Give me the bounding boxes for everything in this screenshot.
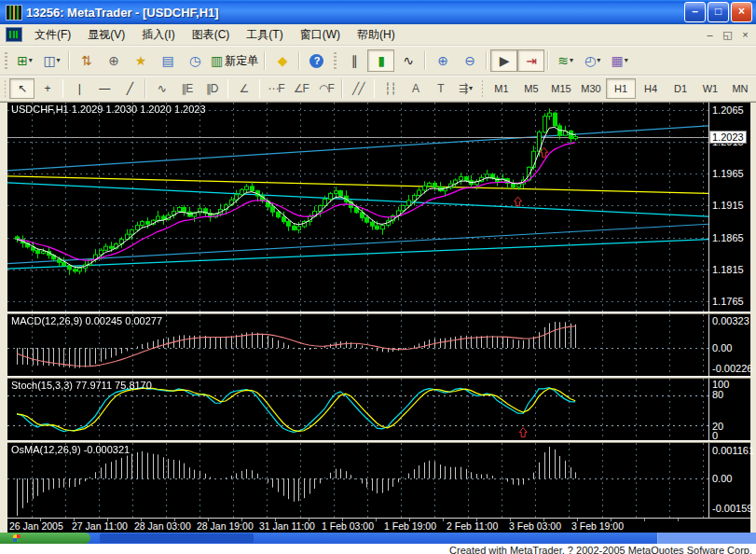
minimize-button[interactable]: – bbox=[684, 2, 706, 22]
mdi-restore-button[interactable]: ◱ bbox=[720, 28, 735, 42]
equidistant-channel-button[interactable]: ∿ bbox=[149, 78, 174, 99]
chart-window-icon[interactable] bbox=[6, 27, 22, 42]
chart-shift-icon: ⇥ bbox=[526, 54, 536, 67]
indicators-button[interactable]: ≋▾ bbox=[552, 49, 579, 72]
terminal-button[interactable]: ▤ bbox=[154, 49, 181, 72]
help-button[interactable]: ? bbox=[303, 49, 330, 72]
time-axis-label: 28 Jan 03:00 bbox=[134, 520, 191, 532]
zoom-out-icon: ⊖ bbox=[464, 54, 474, 67]
chart-line-button[interactable]: ∿ bbox=[394, 49, 421, 72]
menu-item-0[interactable]: 文件(F) bbox=[26, 25, 79, 45]
price-scale-value: 1.2065 bbox=[712, 104, 744, 116]
time-axis-label: 26 Jan 2005 bbox=[9, 520, 63, 532]
trendline-button[interactable]: ╱ bbox=[117, 78, 142, 99]
auto-scroll-button[interactable]: ▶ bbox=[490, 49, 517, 72]
zoom-in-button[interactable]: ⊕ bbox=[429, 49, 456, 72]
taskbar-window-button[interactable] bbox=[100, 533, 254, 543]
horizontal-line-button[interactable]: — bbox=[91, 78, 117, 99]
timeframe-m1-button[interactable]: M1 bbox=[487, 78, 516, 99]
menu-item-2[interactable]: 插入(I) bbox=[133, 25, 183, 45]
indicator-scale-value: 0.00 bbox=[712, 342, 732, 353]
toolbar-grip[interactable] bbox=[5, 80, 6, 97]
menu-item-5[interactable]: 窗口(W) bbox=[292, 25, 349, 45]
menu-item-6[interactable]: 帮助(H) bbox=[349, 25, 404, 45]
channel-e-button[interactable]: ∥E bbox=[174, 78, 199, 99]
data-window-button[interactable]: ⊕ bbox=[100, 49, 127, 72]
start-button-fragment[interactable] bbox=[0, 533, 90, 544]
toolbar-grip[interactable] bbox=[482, 80, 483, 97]
close-button[interactable]: × bbox=[731, 2, 752, 22]
timeframe-h1-button[interactable]: H1 bbox=[606, 78, 636, 99]
stochastic-scale[interactable]: 10080200 bbox=[708, 379, 750, 440]
main-chart-panel: USDCHF,H1 1.2029 1.2030 1.2020 1.2023 1.… bbox=[7, 103, 750, 312]
fibo-fan-button[interactable]: ∠F bbox=[288, 78, 313, 99]
vertical-line-button[interactable]: | bbox=[66, 78, 91, 99]
mdi-close-button[interactable]: × bbox=[737, 28, 753, 42]
timeframe-m15-button[interactable]: M15 bbox=[546, 78, 576, 99]
toolbar-separator bbox=[298, 51, 300, 70]
strategy-tester-button[interactable]: ◷ bbox=[181, 49, 208, 72]
title-bar: 13256: MetaTrader - [USDCHF,H1] –□× bbox=[0, 0, 756, 24]
text-label-button[interactable]: T bbox=[428, 78, 453, 99]
periods-button[interactable]: ◴▾ bbox=[579, 49, 606, 72]
gann-fan-button[interactable]: ∠ bbox=[231, 78, 256, 99]
arrows-button[interactable]: ⇶▾ bbox=[453, 78, 478, 99]
toolbar-separator bbox=[374, 79, 375, 98]
terminal-icon: ▤ bbox=[161, 54, 172, 67]
mdi-minimize-button[interactable]: – bbox=[702, 28, 718, 42]
toolbar-separator bbox=[486, 51, 488, 70]
main-chart-canvas[interactable] bbox=[7, 103, 708, 312]
windows-taskbar bbox=[0, 533, 756, 544]
price-scale-value: 1.1865 bbox=[712, 232, 744, 243]
timeframe-d1-button[interactable]: D1 bbox=[666, 78, 695, 99]
toolbar-grip[interactable] bbox=[5, 52, 7, 69]
menu-item-4[interactable]: 工具(T) bbox=[238, 25, 291, 45]
new-chart-button[interactable]: ⊞▾ bbox=[11, 49, 38, 72]
trendline-icon: ╱ bbox=[127, 83, 132, 94]
arrows-icon: ⇶ bbox=[459, 83, 467, 94]
gann-fan-icon: ∠ bbox=[240, 83, 249, 94]
expert-advisors-button[interactable]: ◆ bbox=[268, 49, 296, 72]
timeframe-m30-button[interactable]: M30 bbox=[576, 78, 606, 99]
profiles-button[interactable]: ◫▾ bbox=[38, 49, 65, 72]
chart-candles-button[interactable]: ▮ bbox=[367, 49, 394, 72]
crosshair-button[interactable]: + bbox=[34, 78, 60, 99]
osma-scale[interactable]: 0.0011610.00-0.00159 bbox=[708, 443, 750, 518]
macd-scale[interactable]: 0.003230.00-0.00226 bbox=[708, 314, 750, 376]
fibo-arcs-icon: ◠F bbox=[319, 83, 334, 94]
time-axis-label: 2 Feb 11:00 bbox=[447, 520, 498, 532]
vertical-line-icon: | bbox=[78, 83, 80, 94]
toolbar-grip[interactable] bbox=[334, 52, 337, 69]
timeframe-w1-button[interactable]: W1 bbox=[695, 78, 725, 99]
timeframe-h4-button[interactable]: H4 bbox=[636, 78, 666, 99]
chart-shift-button[interactable]: ⇥ bbox=[517, 49, 544, 72]
menu-item-1[interactable]: 显视(V) bbox=[79, 25, 133, 45]
cycle-lines-button[interactable]: ┆┆ bbox=[378, 78, 403, 99]
menu-item-3[interactable]: 图表(C) bbox=[184, 25, 239, 45]
market-watch-button[interactable]: ⇅ bbox=[73, 49, 100, 72]
fibo-retracement-button[interactable]: ⋯F bbox=[263, 78, 288, 99]
help-icon: ? bbox=[309, 54, 323, 68]
horizontal-line-icon: — bbox=[99, 83, 109, 94]
channel-d-button[interactable]: ∥D bbox=[199, 78, 225, 99]
time-axis[interactable]: 26 Jan 200527 Jan 11:0028 Jan 03:0028 Ja… bbox=[7, 518, 750, 533]
new-order-button[interactable]: ▥新定单 bbox=[208, 49, 261, 72]
cursor-button[interactable]: ↖ bbox=[9, 78, 34, 99]
toolbar-separator bbox=[68, 51, 70, 70]
andrews-pitchfork-button[interactable]: ╱╱ bbox=[346, 78, 371, 99]
price-scale[interactable]: 1.20651.20151.19651.19151.18651.18151.17… bbox=[708, 103, 750, 312]
timeframe-mn-button[interactable]: MN bbox=[725, 78, 755, 99]
market-watch-icon: ⇅ bbox=[81, 54, 91, 67]
chart-bars-button[interactable]: ∥ bbox=[340, 49, 367, 72]
maximize-button[interactable]: □ bbox=[708, 2, 729, 22]
indicator-scale-value: -0.00159 bbox=[712, 503, 752, 514]
text-button[interactable]: A bbox=[403, 78, 428, 99]
templates-button[interactable]: ▦▾ bbox=[606, 49, 633, 72]
chart-ohlc-label: USDCHF,H1 1.2029 1.2030 1.2020 1.2023 bbox=[11, 104, 206, 115]
zoom-out-button[interactable]: ⊖ bbox=[456, 49, 483, 72]
indicator-scale-value: 0.00 bbox=[712, 473, 732, 484]
andrews-pitchfork-icon: ╱╱ bbox=[352, 83, 364, 94]
fibo-arcs-button[interactable]: ◠F bbox=[313, 78, 338, 99]
navigator-button[interactable]: ★ bbox=[127, 49, 154, 72]
timeframe-m5-button[interactable]: M5 bbox=[516, 78, 546, 99]
